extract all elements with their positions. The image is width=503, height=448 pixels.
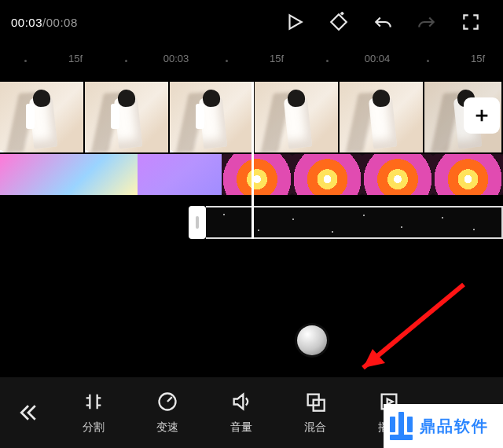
effect-clip-sunset[interactable]	[362, 154, 432, 195]
watermark-logo-icon	[390, 412, 415, 440]
effect-clip-sunset[interactable]	[292, 154, 362, 195]
blend-icon	[304, 391, 326, 413]
back-button[interactable]	[0, 377, 57, 448]
tool-label: 音量	[230, 420, 252, 435]
tool-split[interactable]: 分割	[57, 377, 130, 448]
transport-bar: 00:03/00:08	[0, 0, 503, 44]
timecode-total: 00:08	[46, 16, 78, 29]
timecode-current: 00:03	[11, 16, 42, 29]
effect-clip-sunset[interactable]	[433, 154, 503, 195]
ruler-tick: 15f	[50, 53, 101, 64]
app-root: 00:03/00:08 15f 00:03 15f 00:04 15f	[0, 0, 503, 448]
video-clip[interactable]	[170, 82, 253, 152]
tool-volume[interactable]: 音量	[204, 377, 278, 448]
timecode: 00:03/00:08	[11, 16, 78, 29]
ruler-tick: 00:03	[151, 53, 201, 64]
video-clip[interactable]	[340, 82, 423, 152]
tool-speed[interactable]: 变速	[130, 377, 204, 448]
overlay-clip[interactable]	[206, 206, 503, 239]
tool-label: 混合	[304, 420, 326, 435]
effect-clip-gradient[interactable]	[0, 154, 138, 195]
overlay-clip-handle[interactable]	[189, 206, 206, 239]
effect-clip-gradient[interactable]	[138, 154, 222, 195]
undo-button[interactable]	[362, 6, 404, 38]
ruler-tick: 15f	[252, 53, 302, 64]
keyframe-add-button[interactable]	[318, 6, 360, 38]
watermark: 鼎品软件	[384, 404, 503, 448]
time-ruler[interactable]: 15f 00:03 15f 00:04 15f	[0, 44, 503, 68]
ruler-tick: 00:04	[352, 53, 402, 64]
add-clip-button[interactable]	[464, 97, 500, 134]
ruler-tick: 15f	[453, 53, 503, 64]
video-clip[interactable]	[0, 82, 83, 152]
tool-label: 分割	[83, 420, 105, 435]
video-clip[interactable]	[85, 82, 168, 152]
play-button[interactable]	[274, 6, 316, 38]
floating-handle[interactable]	[297, 325, 327, 355]
clip-handle[interactable]	[111, 104, 119, 129]
watermark-text: 鼎品软件	[420, 416, 489, 437]
timeline[interactable]	[0, 82, 503, 239]
tool-blend[interactable]: 混合	[278, 377, 352, 448]
video-clip[interactable]	[255, 82, 338, 152]
tool-label: 变速	[156, 420, 178, 435]
clip-handle[interactable]	[26, 104, 35, 129]
split-icon	[83, 391, 105, 413]
clip-handle[interactable]	[196, 104, 204, 129]
playhead[interactable]	[252, 82, 254, 239]
speed-icon	[156, 391, 178, 413]
fullscreen-button[interactable]	[450, 6, 492, 38]
redo-button[interactable]	[406, 6, 448, 38]
volume-icon	[230, 391, 252, 413]
effect-clip-sunset[interactable]	[222, 154, 292, 195]
